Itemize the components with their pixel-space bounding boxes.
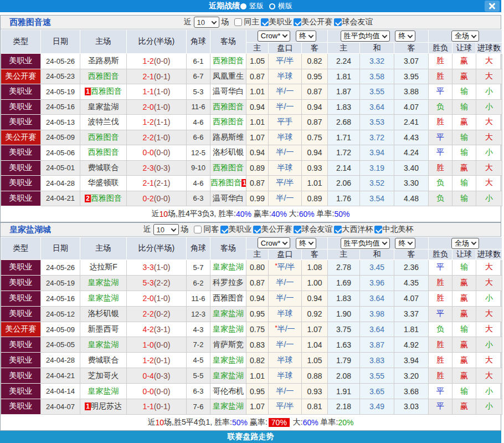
handicap-cell: 平/半 [269,176,302,191]
scope-select[interactable]: 全场 [451,238,479,249]
avg-draw-cell: 3.72 [360,130,394,145]
score-cell: 0-0(0-0) [127,384,187,399]
results-table-body: 美职业24-05-26圣路易斯1-2(0-0)6-1西雅图音1.05平/半0.8… [1,54,502,206]
result-handicap-cell: 赢 [452,291,476,306]
result-handicap-cell: 输 [452,130,476,145]
sub-header-handicap-result: 让球 [452,249,476,260]
odds-final-select[interactable]: 终 [296,30,316,42]
radio-vertical-icon[interactable] [240,3,246,9]
result-wdl-cell: 平 [429,84,452,100]
league-checkbox[interactable] [253,226,261,233]
team-name: 费城联合 [88,163,119,172]
avg-final-select[interactable]: 终 [395,238,415,249]
sub-header-away-odds: 客 [302,249,328,260]
match-count-select[interactable]: 10 [153,224,179,235]
result-wdl-cell: 胜 [429,54,452,69]
corner-cell: 7-2 [187,337,210,353]
corner-cell: 5-3 [187,84,210,100]
corner-cell: 4-6 [187,176,210,191]
handicap-text: 半/一 [276,86,294,95]
bookmaker-select[interactable]: Crow* [258,30,290,42]
fulltime-score: 2-0 [143,103,154,111]
team-name: 皇家盐湖 [213,262,244,271]
date-cell: 24-05-26 [41,54,80,69]
corner-cell: 4-6 [187,115,210,130]
handicap-cell: 半/一 [269,191,302,206]
radio-horizontal-label[interactable]: 横版 [278,1,292,11]
league-checkbox[interactable] [220,226,228,233]
score-cell: 2-0(1-0) [127,99,187,115]
odds-final-select[interactable]: 终 [296,238,316,249]
result-wdl-cell: 胜 [429,69,452,84]
result-wdl-cell: 平 [429,145,452,161]
league-checkbox[interactable] [294,226,301,233]
score-cell: 0-0(0-0) [127,145,187,161]
home-team-cell: 圣路易斯 [80,54,127,69]
page-title: 近期战绩 [209,1,240,11]
same-venue-checkbox[interactable] [234,18,242,26]
scope-select[interactable]: 全场 [451,30,479,42]
score-cell: 2-2(1-0) [127,130,187,145]
home-odds-cell: 1.05 [246,54,269,69]
away-team-cell: 温哥华白 [210,84,246,100]
league-checkbox[interactable] [374,226,382,233]
result-handicap-cell: 输 [452,145,476,161]
halftime-score: (0-0) [154,194,171,203]
same-venue-checkbox[interactable] [194,226,202,233]
corner-cell: 7-6 [187,399,210,415]
result-goals-cell: 大 [476,176,502,191]
radio-horizontal-icon[interactable] [269,3,275,9]
result-goals-cell: 大 [476,275,502,291]
avg-select[interactable]: 胜平负均值 [341,30,390,42]
avg-final-select[interactable]: 终 [395,30,415,42]
away-odds-cell: 1.00 [302,275,328,291]
handicap-cell: 半球 [269,130,302,145]
handicap-cell: 半球 [269,368,302,384]
team-name: 华盛顿联 [88,178,119,187]
league-checkbox[interactable] [261,18,269,26]
type-cell: 美公开赛 [1,69,41,84]
result-handicap-cell: 输 [452,260,476,276]
league-checkbox[interactable] [334,226,342,233]
avg-away-cell: 3.95 [394,69,429,84]
close-button[interactable] [485,1,500,12]
handicap-text: 平/半 [276,178,294,187]
avg-draw-cell: 3.32 [360,54,394,69]
handicap-cell: 半/一 [269,275,302,291]
avg-away-cell: 3.40 [394,160,429,176]
type-cell: 美职业 [1,275,41,291]
avg-away-cell: 4.35 [394,275,429,291]
radio-vertical-label[interactable]: 竖版 [249,1,264,11]
col-header-home: 主场 [80,237,127,260]
league-checkbox[interactable] [334,18,342,26]
away-team-cell: 皇家盐湖 [210,399,246,415]
same-venue-label: 同客 [204,225,219,235]
corner-cell: 9-10 [187,160,210,176]
league-checkbox[interactable] [294,18,301,26]
result-goals-cell: 小 [476,399,502,415]
fulltime-score: 2-0 [143,294,154,303]
away-team-cell: 凤凰重生 [210,69,246,84]
result-handicap-cell: 输 [452,84,476,100]
home-odds-cell: 0.94 [246,99,269,115]
home-team-cell: 新墨西哥 [80,322,127,337]
col-header-score: 比分(半场) [127,30,187,54]
match-row: 美职业24-05-12洛杉矶银2-2(0-2)12-3皇家盐湖0.95半球0.9… [1,306,502,322]
match-count-select[interactable]: 10 [194,17,219,28]
avg-home-cell: 1.72 [328,145,360,161]
summary-segment: 场,胜5平4负1, 胜率: [164,417,232,427]
bookmaker-select[interactable]: Crow* [258,237,290,248]
date-cell: 24-04-28 [41,353,80,368]
avg-select[interactable]: 胜平负均值 [341,238,390,249]
avg-draw-cell: 3.83 [360,353,394,368]
home-team-cell: 芝加哥火 [80,368,127,384]
match-row: 美职业24-05-26达拉斯F3-3(1-0)5-7皇家盐湖0.80*平/半1.… [1,260,502,276]
team-name: 皇家盐湖 [88,340,119,349]
fulltime-score: 2-2 [143,133,154,142]
col-header-corner: 角球 [187,237,210,260]
col-header-date: 日期 [41,30,80,54]
result-wdl-cell: 平 [429,130,452,145]
away-team-cell: 皇家盐湖 [210,353,246,368]
bottom-bar[interactable]: 联赛盘路走势 [0,431,501,443]
type-cell: 美职业 [1,160,41,176]
